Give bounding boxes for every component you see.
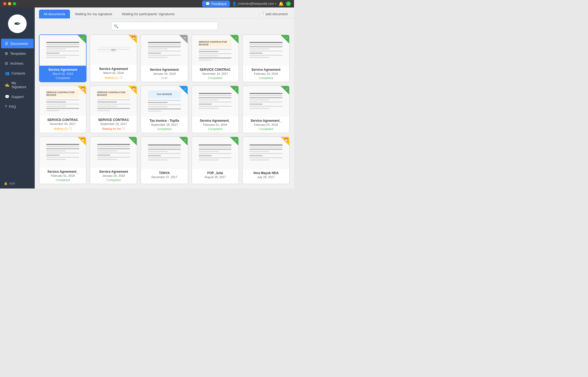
tab-waiting-mine[interactable]: Waiting for my signature xyxy=(70,10,117,18)
status-badge: ⏰ xyxy=(128,35,137,44)
tab-all[interactable]: All documents xyxy=(39,10,70,18)
sidebar-item-support[interactable]: 💬 Support xyxy=(1,92,34,101)
thumb-line xyxy=(97,51,117,52)
my-signature-nav-icon: ✍ xyxy=(5,83,9,87)
thumb-line xyxy=(148,155,161,156)
doc-card[interactable]: ⏰ Vera Mayuk NDA July 28, 2017 xyxy=(242,136,290,184)
doc-card[interactable]: ✏ Service Agreement January 04, 2018 Dra… xyxy=(140,34,188,82)
doc-title: Service Agreement_ xyxy=(245,119,287,123)
doc-card[interactable]: ✓ Service Agreement March 02, 2018 Compl… xyxy=(39,34,87,82)
doc-info: Service Agreement February 19, 2018 Comp… xyxy=(243,66,289,82)
thumb-line xyxy=(199,95,232,96)
thumb-line xyxy=(148,44,181,45)
doc-date: February 19, 2018 xyxy=(245,72,287,75)
bell-icon[interactable]: 🔔 xyxy=(279,1,284,6)
thumb-line xyxy=(249,42,282,43)
user-menu[interactable]: 👤 j.holovko@keepsolid.com ▾ xyxy=(232,2,276,6)
add-document-button[interactable]: 📄 add document xyxy=(257,10,290,18)
tab-waiting-participants[interactable]: Waiting for participants' signatures xyxy=(117,10,179,18)
thumb-line xyxy=(148,147,181,148)
doc-card[interactable]: SERVICE CONTRACTOR INVOICE ⏰ SERVICE CON… xyxy=(90,85,137,133)
doc-date: August 29, 2017 xyxy=(194,175,236,179)
doc-card[interactable]: ✓ Service Agreement January 26, 2018 Com… xyxy=(90,136,137,184)
sidebar-item-faq[interactable]: ? FAQ xyxy=(1,102,34,111)
sidebar-item-documents[interactable]: ☰ Documents xyxy=(1,39,34,48)
thumb-line xyxy=(148,151,168,152)
doc-status: Completed xyxy=(194,127,236,131)
thumb-line xyxy=(199,49,232,50)
info-icon[interactable]: ⓘ xyxy=(122,127,125,131)
doc-title: SERVICE CONTRAC xyxy=(42,118,84,122)
doc-info: Service Agreement_ February 01, 2018 Com… xyxy=(192,117,238,133)
badge-icon: ✓ xyxy=(184,138,187,142)
doc-status: Completed xyxy=(42,76,84,80)
doc-info: SERVICE CONTRAC September 18, 2017 Waiti… xyxy=(90,116,137,133)
documents-nav-icon: ☰ xyxy=(5,41,8,46)
lock-icon: 🔒 xyxy=(4,182,8,185)
sidebar-item-my-signature[interactable]: ✍ My Signature xyxy=(1,78,34,92)
thumb-line xyxy=(46,148,79,149)
thumb-line xyxy=(249,48,269,49)
info-icon[interactable]: ⓘ xyxy=(120,76,123,80)
thumb-line xyxy=(148,46,181,47)
doc-card[interactable]: ✓ FOP_Julia August 29, 2017 xyxy=(191,136,239,184)
maximize-button[interactable] xyxy=(13,2,16,5)
thumb-line xyxy=(97,144,130,145)
info-icon[interactable]: ⓘ xyxy=(69,127,72,131)
minimize-button[interactable] xyxy=(8,2,11,5)
thumb-line xyxy=(249,104,262,105)
doc-card[interactable]: ✒ ⏰ Service Agreement March 02, 2018 Wai… xyxy=(90,34,137,82)
doc-info: Vera Mayuk NDA July 28, 2017 xyxy=(243,169,289,182)
doc-card[interactable]: ⏰ Service Agreement_ February 01, 2018 C… xyxy=(39,136,87,184)
doc-card[interactable]: ✓ Service Agreement_ February 01, 2018 C… xyxy=(191,85,239,133)
contacts-nav-icon: 👥 xyxy=(5,71,9,75)
sidebar-item-contacts[interactable]: 👥 Contacts xyxy=(1,68,34,78)
doc-date: January 26, 2018 xyxy=(92,174,135,177)
thumb-line xyxy=(249,50,282,52)
thumb-line xyxy=(97,101,117,103)
thumb-line xyxy=(46,106,66,107)
thumb-line xyxy=(46,150,66,151)
thumb-line xyxy=(199,55,218,56)
doc-info: TONYA December 27, 2017 xyxy=(141,169,187,182)
doc-card[interactable]: ✓ TONYA December 27, 2017 xyxy=(140,136,188,184)
doc-card[interactable]: ✓ Service Agreement February 19, 2018 Co… xyxy=(242,34,290,82)
doc-thumbnail: ✓ xyxy=(243,35,289,66)
doc-status: Completed xyxy=(245,127,287,131)
badge-icon: ⏰ xyxy=(81,138,85,142)
support-nav-icon: 💬 xyxy=(5,95,9,99)
thumb-line xyxy=(46,55,79,56)
doc-title: Service Agreement xyxy=(92,67,135,71)
lock-button[interactable]: 🔒 lock xyxy=(0,178,35,189)
doc-info: FOP_Julia August 29, 2017 xyxy=(192,169,238,182)
close-button[interactable] xyxy=(3,2,6,5)
doc-info: SERVICE CONTRAC November 14, 2017 Comple… xyxy=(192,66,238,82)
doc-card[interactable]: TAX INVOICE ✓ Tax invoice - TopSe Septem… xyxy=(140,85,188,133)
chevron-down-icon: ▾ xyxy=(275,2,276,5)
doc-info: Service Agreement January 04, 2018 Draft xyxy=(141,66,187,82)
sidebar-item-templates[interactable]: ⊞ Templates xyxy=(1,49,34,58)
sidebar-item-archives[interactable]: ⊟ Archives xyxy=(1,58,34,68)
doc-thumbnail: ✓ xyxy=(192,137,238,169)
doc-status: Waiting (1)ⓘ xyxy=(92,76,135,80)
doc-thumbnail: ✓ xyxy=(40,35,86,66)
thumb-line xyxy=(199,60,212,61)
thumb-line xyxy=(46,48,66,49)
feedback-button[interactable]: 💬 Feedback xyxy=(202,1,230,7)
doc-card[interactable]: ✓ Service Agreement_ February 01, 2018 C… xyxy=(242,85,290,133)
doc-date: July 28, 2017 xyxy=(245,175,287,179)
logo-icon: ✒ xyxy=(14,19,21,29)
doc-title: SERVICE CONTRAC xyxy=(92,118,135,122)
thumb-line xyxy=(148,144,181,146)
thumb-line xyxy=(199,108,218,109)
thumb-line xyxy=(249,101,282,103)
thumb-line xyxy=(46,53,59,54)
doc-thumbnail: ✏ xyxy=(141,35,187,66)
search-input[interactable] xyxy=(111,22,218,30)
thumb-line xyxy=(199,157,232,158)
doc-date: December 27, 2017 xyxy=(143,175,185,179)
doc-card[interactable]: SERVICE CONTRACTOR INVOICE ⏰ SERVICE CON… xyxy=(39,85,87,133)
doc-thumbnail: ✓ xyxy=(141,137,187,169)
doc-card[interactable]: SERVICE CONTRACTOR INVOICE ✓ SERVICE CON… xyxy=(191,34,239,82)
doc-date: January 04, 2018 xyxy=(143,72,185,75)
